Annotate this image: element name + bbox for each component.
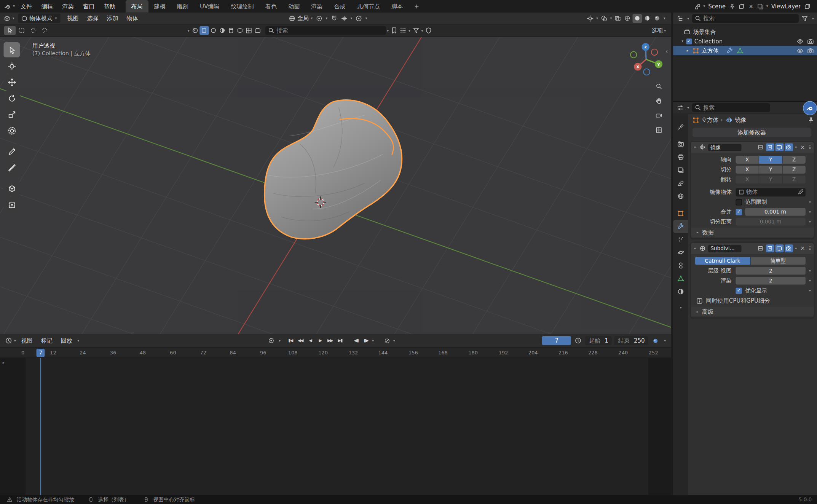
assistant-badge-icon[interactable]	[803, 101, 817, 115]
tab-view-layer[interactable]	[673, 164, 688, 177]
viewlayer-name[interactable]: ViewLayer	[771, 3, 801, 10]
snap-magnet-icon[interactable]	[330, 14, 338, 22]
playhead-line[interactable]	[40, 358, 41, 495]
collection-checkbox[interactable]	[686, 38, 692, 44]
add-modifier-button[interactable]: 添加修改器	[693, 128, 811, 137]
tab-particles[interactable]	[673, 233, 688, 246]
move-tool[interactable]	[4, 75, 20, 90]
merge-threshold-field[interactable]: 0.001 m	[745, 208, 806, 216]
menu-file[interactable]: 文件	[16, 0, 37, 13]
toggle-xray-icon[interactable]	[614, 14, 622, 22]
prev-frame-icon[interactable]: ◀▮	[351, 336, 361, 346]
select-mode-box-icon[interactable]	[16, 26, 27, 35]
outliner-search-input[interactable]: 搜索	[692, 14, 799, 23]
render-toggle-icon[interactable]	[785, 144, 793, 152]
breadcrumb-object[interactable]: 立方体	[701, 116, 718, 124]
cursor-3d-tool[interactable]	[4, 58, 20, 73]
clipping-checkbox[interactable]	[736, 199, 742, 205]
prev-keyframe-icon[interactable]: ◀◀	[295, 336, 305, 346]
menu-help[interactable]: 帮助	[99, 0, 120, 13]
next-frame-icon[interactable]: ▮▶	[361, 336, 371, 346]
list-icon[interactable]	[399, 26, 407, 35]
expand-icon[interactable]: ▸	[687, 48, 689, 53]
data-subpanel-header[interactable]: ▸ 数据	[691, 228, 814, 237]
bisect-distance-field[interactable]: 0.001 m	[736, 218, 805, 226]
extras-menu-icon[interactable]: ▾	[795, 246, 797, 250]
menu-view[interactable]: 视图	[63, 14, 83, 22]
viewport-canvas[interactable]: 用户透视 (7) Collection | 立方体 Z Y X ‹	[0, 37, 671, 334]
eye-icon[interactable]	[796, 46, 804, 55]
menu-window[interactable]: 窗口	[78, 0, 99, 13]
modifier-name-field[interactable]: Subdivi...	[708, 245, 741, 252]
tab-world[interactable]	[673, 190, 688, 203]
pan-hand-icon[interactable]	[653, 96, 664, 106]
timeline-menu-playback[interactable]: 回放	[57, 337, 77, 345]
cylinder-display-icon[interactable]	[227, 26, 235, 35]
search-input[interactable]: 搜索	[265, 26, 386, 35]
timeline-menu-view[interactable]: 视图	[17, 337, 37, 345]
advanced-subpanel-header[interactable]: ▸ 高级	[691, 307, 814, 316]
mirror-panel-header[interactable]: ▾ 镜像 ▾ × ⠿	[691, 142, 814, 153]
menu-render[interactable]: 渲染	[57, 0, 78, 13]
tab-material[interactable]	[673, 285, 688, 298]
filter-icon[interactable]	[412, 26, 420, 35]
tab-output[interactable]	[673, 151, 688, 164]
select-box-tool[interactable]	[4, 42, 20, 57]
pin-icon[interactable]	[728, 2, 737, 10]
proportional-edit-icon[interactable]	[354, 14, 363, 22]
add-cube-tool[interactable]	[4, 181, 20, 196]
extras-menu-icon[interactable]: ▾	[795, 145, 797, 149]
animate-dot[interactable]	[809, 270, 811, 271]
select-mode-lasso-icon[interactable]	[38, 26, 50, 35]
show-gizmos-icon[interactable]	[586, 14, 595, 22]
realtime-toggle-icon[interactable]	[775, 244, 783, 252]
new-scene-icon[interactable]	[737, 2, 746, 10]
expand-icon[interactable]: ▾	[694, 246, 696, 250]
camera-view-icon[interactable]	[653, 110, 664, 120]
breadcrumb-modifier[interactable]: 镜像	[735, 116, 746, 124]
new-viewlayer-icon[interactable]	[803, 2, 812, 10]
sphere-display-icon[interactable]	[209, 26, 217, 35]
animate-dot[interactable]	[809, 211, 811, 213]
flip-y-button[interactable]: Y	[759, 175, 782, 183]
viewport-preview-icon[interactable]	[199, 26, 209, 35]
workspace-tab-shading[interactable]: 着色	[260, 0, 282, 13]
scene-icon[interactable]	[693, 2, 702, 10]
bisect-z-button[interactable]: Z	[783, 166, 806, 174]
axis-y-button[interactable]: Y	[759, 156, 782, 164]
shading-wireframe-icon[interactable]	[623, 14, 632, 22]
rotate-tool[interactable]	[4, 91, 20, 106]
filter-icon[interactable]	[801, 14, 809, 23]
pin-icon[interactable]	[807, 116, 815, 124]
eye-icon[interactable]	[796, 37, 804, 45]
play-icon[interactable]: ▶	[315, 336, 325, 346]
viewlayer-icon[interactable]	[756, 2, 764, 10]
editmode-toggle-icon[interactable]	[756, 244, 765, 252]
animate-dot[interactable]	[809, 201, 811, 203]
cube-display-icon[interactable]	[235, 26, 244, 35]
modifier-name-field[interactable]: 镜像	[708, 144, 741, 151]
tab-constraints[interactable]	[673, 259, 688, 272]
timeline-body[interactable]: ▸	[0, 358, 671, 495]
workspace-tab-scripting[interactable]: 脚本	[386, 0, 408, 13]
menu-select[interactable]: 选择	[83, 14, 103, 22]
camera-icon[interactable]	[806, 46, 815, 55]
auto-key-icon[interactable]	[267, 337, 276, 345]
mode-dropdown[interactable]: 物体模式 ▾	[18, 14, 61, 23]
clock-icon[interactable]	[574, 337, 583, 345]
select-mode-circle-icon[interactable]	[27, 26, 38, 35]
navigation-gizmo[interactable]: Z Y X	[627, 41, 665, 79]
shield-icon[interactable]	[424, 26, 433, 35]
unlink-scene-icon[interactable]: ×	[747, 2, 755, 10]
zoom-icon[interactable]	[653, 81, 664, 91]
tab-tool[interactable]	[673, 120, 688, 133]
snap-target-icon[interactable]	[340, 14, 348, 22]
chevron-down-icon[interactable]: ▾	[680, 305, 682, 309]
close-icon[interactable]: ×	[799, 144, 806, 151]
jump-to-start-icon[interactable]: ▮◀	[286, 336, 295, 346]
tab-modifiers[interactable]	[673, 220, 688, 233]
axis-z-button[interactable]: Z	[783, 156, 806, 164]
outliner-row-collection[interactable]: ▾ Collection	[673, 37, 817, 46]
mirror-object-field[interactable]: 物体	[736, 188, 805, 196]
workspace-tab-modeling[interactable]: 建模	[148, 0, 171, 13]
